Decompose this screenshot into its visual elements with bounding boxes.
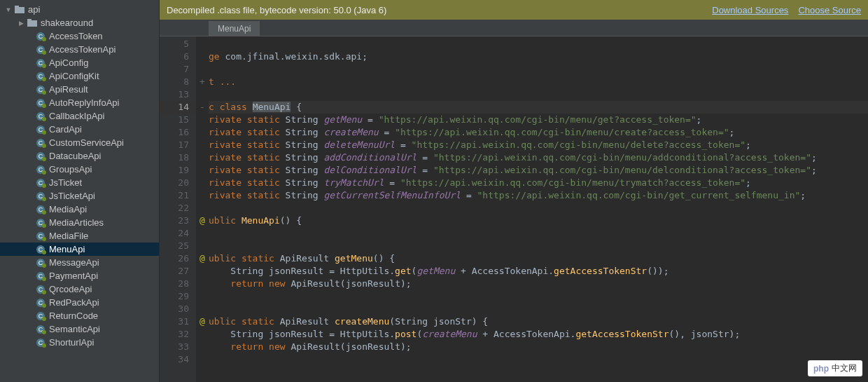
tab-menuapi[interactable]: MenuApi [209, 21, 260, 36]
class-icon: C [35, 57, 46, 69]
svg-point-12 [42, 64, 46, 68]
svg-rect-0 [15, 7, 24, 13]
watermark-left: php [813, 364, 829, 374]
editor-tabs: MenuApi [160, 20, 868, 36]
file-label: MediaApi [49, 204, 87, 214]
tree-file-mediaarticles[interactable]: CMediaArticles [0, 216, 159, 229]
class-icon: C [35, 337, 46, 348]
file-label: ApiConfig [49, 57, 88, 68]
choose-source-link[interactable]: Choose Source [798, 5, 861, 15]
tree-file-datacubeapi[interactable]: CDatacubeApi [0, 149, 159, 163]
tree-file-accesstokenapi[interactable]: CAccessTokenApi [0, 43, 159, 56]
file-label: RedPackApi [49, 297, 99, 308]
file-label: AccessToken [49, 31, 103, 41]
tree-folder-api[interactable]: ▼ api [0, 3, 159, 16]
line-gutter: 5678131415161718192021222324252627282930… [160, 36, 196, 382]
file-label: CallbackIpApi [49, 111, 105, 121]
chevron-down-icon[interactable]: ▼ [4, 6, 13, 14]
folder-label: shakearound [41, 18, 93, 28]
svg-point-33 [42, 157, 46, 161]
code-editor[interactable]: 5678131415161718192021222324252627282930… [160, 36, 868, 382]
svg-point-45 [42, 210, 46, 214]
tree-file-cardapi[interactable]: CCardApi [0, 123, 159, 136]
svg-point-66 [42, 303, 46, 308]
svg-rect-1 [15, 6, 19, 8]
class-icon: C [35, 97, 46, 109]
tree-file-returncode[interactable]: CReturnCode [0, 309, 159, 322]
file-label: MediaArticles [49, 217, 104, 228]
folder-label: api [28, 4, 40, 15]
svg-point-63 [42, 290, 46, 294]
svg-point-39 [42, 184, 46, 188]
download-sources-link[interactable]: Download Sources [712, 5, 788, 15]
tree-file-accesstoken[interactable]: CAccessToken [0, 29, 159, 43]
file-label: SemanticApi [49, 324, 100, 334]
project-tree[interactable]: ▼ api ▶ shakearound CAccessTokenCAccessT… [0, 0, 160, 382]
class-icon: C [35, 177, 46, 189]
class-icon: C [35, 324, 46, 335]
svg-point-54 [42, 250, 46, 254]
tree-file-mediafile[interactable]: CMediaFile [0, 229, 159, 243]
file-label: ApiConfigKit [49, 71, 99, 81]
file-label: DatacubeApi [49, 151, 101, 161]
svg-point-72 [42, 330, 46, 334]
tree-file-menuapi[interactable]: CMenuApi [0, 243, 159, 256]
tree-file-autoreplyinfoapi[interactable]: CAutoReplyInfoApi [0, 96, 159, 109]
tree-file-shorturlapi[interactable]: CShorturlApi [0, 336, 159, 349]
watermark: php 中文网 [808, 360, 862, 376]
decompile-banner: Decompiled .class file, bytecode version… [160, 0, 868, 20]
svg-rect-3 [27, 19, 31, 21]
file-label: ReturnCode [49, 311, 98, 321]
tree-file-apiconfigkit[interactable]: CApiConfigKit [0, 69, 159, 83]
class-icon: C [35, 191, 46, 202]
class-icon: C [35, 297, 46, 308]
fold-column[interactable]: +-@@@ [196, 36, 209, 382]
tree-file-messageapi[interactable]: CMessageApi [0, 256, 159, 269]
file-label: AutoReplyInfoApi [49, 97, 119, 108]
chevron-right-icon[interactable]: ▶ [17, 19, 25, 27]
tree-file-qrcodeapi[interactable]: CQrcodeApi [0, 282, 159, 296]
tree-file-mediaapi[interactable]: CMediaApi [0, 203, 159, 216]
banner-text: Decompiled .class file, bytecode version… [167, 5, 386, 15]
tree-file-jsticketapi[interactable]: CJsTicketApi [0, 189, 159, 203]
file-label: ApiResult [49, 84, 88, 95]
svg-point-6 [42, 37, 46, 41]
class-icon: C [35, 217, 46, 228]
tree-file-redpackapi[interactable]: CRedPackApi [0, 296, 159, 309]
code-area[interactable]: ge com.jfinal.weixin.sdk.api;t ...c clas… [209, 36, 868, 382]
class-icon: C [35, 111, 46, 122]
class-icon: C [35, 44, 46, 55]
tree-file-jsticket[interactable]: CJsTicket [0, 176, 159, 189]
class-icon: C [35, 84, 46, 95]
tree-file-semanticapi[interactable]: CSemanticApi [0, 322, 159, 336]
tree-file-apiresult[interactable]: CApiResult [0, 83, 159, 96]
file-label: JsTicketApi [49, 191, 95, 201]
class-icon: C [35, 31, 46, 42]
svg-point-36 [42, 170, 46, 175]
file-label: ShorturlApi [49, 337, 94, 348]
svg-rect-2 [27, 20, 37, 27]
svg-point-18 [42, 90, 46, 95]
file-label: MediaFile [49, 231, 88, 241]
tree-file-apiconfig[interactable]: CApiConfig [0, 56, 159, 69]
class-icon: C [35, 244, 46, 255]
svg-point-57 [42, 264, 46, 268]
svg-point-51 [42, 237, 46, 241]
tree-file-paymentapi[interactable]: CPaymentApi [0, 269, 159, 282]
watermark-right: 中文网 [832, 362, 857, 374]
folder-icon [14, 4, 25, 15]
tree-file-callbackipapi[interactable]: CCallbackIpApi [0, 109, 159, 123]
class-icon: C [35, 284, 46, 295]
class-icon: C [35, 231, 46, 242]
folder-icon [27, 18, 38, 29]
file-label: JsTicket [49, 177, 82, 188]
file-label: MessageApi [49, 257, 99, 268]
file-label: MenuApi [49, 244, 85, 254]
tree-file-customserviceapi[interactable]: CCustomServiceApi [0, 136, 159, 149]
svg-point-24 [42, 117, 46, 121]
tree-folder-shakearound[interactable]: ▶ shakearound [0, 16, 159, 29]
svg-point-60 [42, 277, 46, 281]
file-label: CardApi [49, 124, 82, 135]
file-label: PaymentApi [49, 271, 98, 281]
tree-file-groupsapi[interactable]: CGroupsApi [0, 163, 159, 176]
